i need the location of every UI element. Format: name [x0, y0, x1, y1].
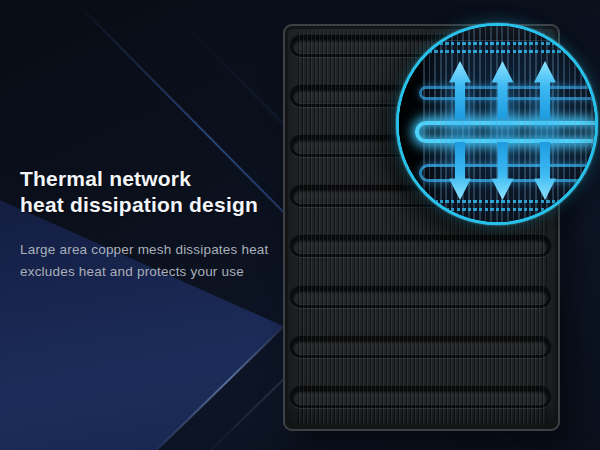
banner-root: Thermal network heat dissipation design …: [0, 0, 600, 450]
description: Large area copper mesh dissipates heat e…: [20, 239, 269, 282]
description-line2: excludes heat and protects your use: [20, 261, 269, 283]
magnifier-vignette: [399, 26, 595, 222]
headline: Thermal network heat dissipation design: [20, 166, 258, 218]
description-line1: Large area copper mesh dissipates heat: [20, 239, 269, 261]
headline-line2: heat dissipation design: [20, 192, 258, 218]
headline-line1: Thermal network: [20, 166, 258, 192]
magnifier-circle: [396, 23, 598, 225]
